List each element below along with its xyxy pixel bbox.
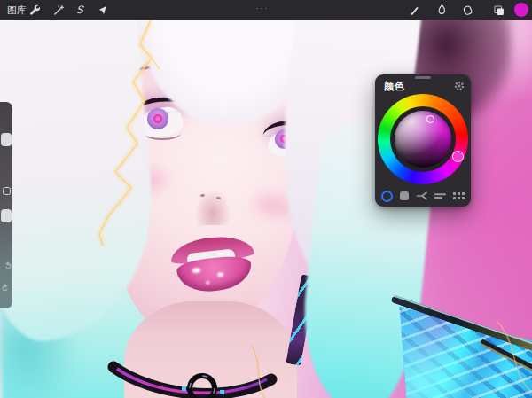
selection-s-icon: S <box>76 0 83 20</box>
brush-tool-button[interactable] <box>404 0 424 20</box>
gallery-button[interactable]: 图库 <box>7 0 27 20</box>
mode-palettes-button[interactable] <box>453 192 465 200</box>
color-mode-switcher <box>375 188 471 204</box>
modify-button[interactable] <box>3 187 11 195</box>
artwork-choker-stud <box>182 386 186 391</box>
hue-cursor[interactable] <box>452 151 464 162</box>
current-color-swatch[interactable] <box>514 3 528 17</box>
undo-icon[interactable] <box>2 260 12 269</box>
brush-size-handle[interactable] <box>1 133 12 146</box>
panel-drag-handle[interactable] <box>415 76 431 79</box>
procreate-app: 图库 S ··· <box>0 0 532 398</box>
artwork-lightning-branch <box>152 59 160 69</box>
smudge-finger-icon <box>434 4 448 17</box>
smudge-tool-button[interactable] <box>431 0 450 20</box>
artwork-lightning-tattoo <box>99 20 152 246</box>
layers-button[interactable] <box>489 0 508 20</box>
artwork-gold-wire <box>497 321 532 392</box>
brush-icon <box>408 4 421 17</box>
adjustments-button[interactable] <box>49 0 68 20</box>
palettes-mode-icon <box>453 192 465 200</box>
canvas-options-button[interactable]: ··· <box>251 0 274 20</box>
color-panel-title: 颜色 <box>384 80 404 93</box>
top-toolbar: 图库 S ··· <box>0 0 532 20</box>
magic-wand-icon <box>52 4 66 17</box>
mode-value-button[interactable] <box>434 191 446 200</box>
actions-button[interactable] <box>25 0 44 20</box>
classic-mode-icon <box>400 191 409 200</box>
color-settings-gear-icon[interactable] <box>454 81 465 91</box>
sidebar <box>0 102 12 308</box>
eraser-icon <box>461 4 474 17</box>
disc-mode-icon <box>381 191 393 202</box>
opacity-handle[interactable] <box>1 209 12 222</box>
saturation-brightness-disc[interactable] <box>395 111 451 168</box>
layers-icon <box>492 4 505 17</box>
mode-harmony-button[interactable] <box>416 191 428 201</box>
redo-icon[interactable] <box>2 282 12 292</box>
artwork-choker-stud <box>220 390 224 394</box>
transform-arrow-icon <box>96 4 109 17</box>
selection-button[interactable]: S <box>70 0 90 20</box>
value-mode-icon <box>434 191 446 200</box>
color-panel: 颜色 <box>375 74 471 207</box>
transform-button[interactable] <box>92 0 112 20</box>
harmony-mode-icon <box>416 191 428 201</box>
eraser-tool-button[interactable] <box>458 0 477 20</box>
wrench-icon <box>28 4 42 17</box>
mode-disc-button[interactable] <box>381 191 393 202</box>
disc-cursor[interactable] <box>426 115 434 123</box>
mode-classic-button[interactable] <box>400 191 409 200</box>
